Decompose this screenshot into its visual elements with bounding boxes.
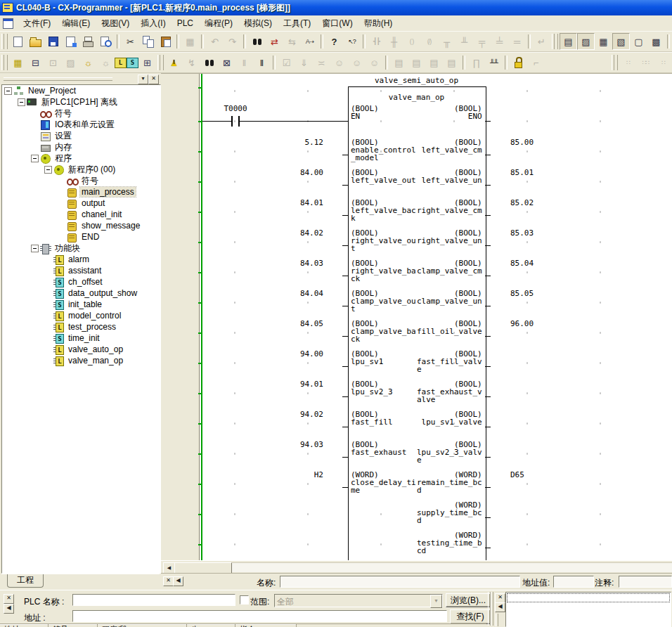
horizontal-line-icon[interactable]: ═ xyxy=(508,33,526,50)
io-window-3-icon[interactable]: ▤ xyxy=(425,54,443,71)
data-view-1-icon[interactable]: ∷ xyxy=(619,54,637,71)
tree-item-fb-ch-offset[interactable]: ch_offset xyxy=(2,276,160,287)
new-file-icon[interactable] xyxy=(9,33,27,50)
context-help-icon[interactable]: ↖? xyxy=(343,33,361,50)
window-crossref-icon[interactable]: ▧ xyxy=(612,33,630,50)
vertical-up-icon[interactable]: ╨ xyxy=(455,33,473,50)
toolbar-grip[interactable] xyxy=(1,55,8,70)
cut-icon[interactable]: ✂ xyxy=(122,33,139,50)
window-diagram-icon[interactable]: ▢ xyxy=(630,33,647,50)
menu-help[interactable]: 帮助(H) xyxy=(358,15,399,31)
tree-item-symbols[interactable]: 符号 xyxy=(2,108,160,119)
copy-icon[interactable] xyxy=(139,33,157,50)
tree-item-fb-valve-auto-op[interactable]: valve_auto_op xyxy=(2,344,160,355)
coil-icon[interactable]: ( ) xyxy=(403,33,420,50)
falling-edge-icon[interactable]: ╧ xyxy=(491,33,508,50)
tree-item-plc-cp1h-offline[interactable]: 新PLC1[CP1H] 离线 xyxy=(2,96,160,108)
find-collapse-button[interactable]: ◀ xyxy=(4,604,14,614)
data-view-2-icon[interactable]: ∷∷ xyxy=(637,54,654,71)
protect-lock-icon[interactable] xyxy=(510,54,527,71)
change-address-icon[interactable]: A⇢ xyxy=(301,33,318,50)
pc-plc-link-icon[interactable]: ⊟ xyxy=(27,54,44,71)
tree-item-program-symbols[interactable]: 符号 xyxy=(2,175,160,186)
open-file-icon[interactable] xyxy=(27,33,44,50)
menu-program[interactable]: 编程(P) xyxy=(199,15,238,31)
watch-close-button[interactable]: ✕ xyxy=(495,593,505,603)
result-column-header[interactable]: 地址 xyxy=(0,624,49,627)
new-fb-ladder-icon[interactable]: L xyxy=(115,58,127,68)
watch-scroll-strip[interactable] xyxy=(496,614,498,626)
rising-edge-icon[interactable]: ╤ xyxy=(473,33,491,50)
panel-close-button[interactable]: ✕ xyxy=(148,75,159,84)
new-fb-st-icon[interactable]: S xyxy=(127,58,138,68)
scope-combobox[interactable]: 全部 ▼ xyxy=(274,594,443,607)
work-online-icon[interactable]: ☼ xyxy=(79,54,97,71)
window-output-icon[interactable]: ▨ xyxy=(577,33,595,50)
browse-button[interactable]: 浏览(B)... xyxy=(446,593,491,607)
result-column-header[interactable]: 程序/段 xyxy=(98,624,187,627)
comment-field[interactable] xyxy=(619,576,672,588)
find-close-button[interactable]: ✕ xyxy=(4,594,14,604)
result-column-header[interactable]: 指令 xyxy=(235,624,297,627)
user-release-icon[interactable]: ☺ xyxy=(366,54,383,71)
pattern-monitor-icon[interactable]: ▨ xyxy=(62,54,79,71)
pause-grayed-icon[interactable]: ‖ xyxy=(235,54,253,71)
replace-in-project-icon[interactable]: ⇆ xyxy=(283,33,301,50)
user-edit-icon[interactable]: ☺ xyxy=(348,54,366,71)
panel-gripper[interactable] xyxy=(4,77,112,81)
tree-item-end[interactable]: END xyxy=(2,231,160,243)
tree-item-fb-data-output-show[interactable]: data_output_show xyxy=(2,287,160,299)
ladder-hscrollbar[interactable]: ◀ xyxy=(161,560,672,574)
library-icon[interactable]: ▦ xyxy=(181,33,199,50)
monitor-icon[interactable]: ⊡ xyxy=(44,54,62,71)
help-icon[interactable]: ? xyxy=(325,33,343,50)
differential-trace-icon[interactable]: ∏ xyxy=(467,54,485,71)
fb-instance-name[interactable]: valve_semi_auto_op xyxy=(348,77,485,85)
program-check-icon[interactable]: ☑ xyxy=(278,54,295,71)
redo-icon[interactable]: ↷ xyxy=(224,33,241,50)
transfer-icon[interactable]: ⇓ xyxy=(295,54,313,71)
undo-icon[interactable]: ↶ xyxy=(206,33,224,50)
print-preview-icon[interactable] xyxy=(97,33,115,50)
watch-grid[interactable] xyxy=(505,592,671,627)
tree-collapse-icon[interactable] xyxy=(4,87,12,95)
contact-open-icon[interactable]: ┫┣ xyxy=(368,33,385,50)
infobar-collapse-button[interactable]: ◀ xyxy=(173,576,183,586)
menu-simulation[interactable]: 模拟(S) xyxy=(238,15,278,31)
tree-item-fb-test-process[interactable]: test_process xyxy=(2,321,160,332)
release-icon[interactable]: ⌐ xyxy=(527,54,545,71)
tree-item-new-project[interactable]: New_Project xyxy=(2,85,160,96)
tree-collapse-icon[interactable] xyxy=(31,155,39,162)
find-report-icon[interactable] xyxy=(200,54,218,71)
tree-item-chanel-init[interactable]: chanel_init xyxy=(2,209,160,220)
page-setup-icon[interactable] xyxy=(62,33,79,50)
plc-name-input[interactable] xyxy=(72,594,235,606)
watch-empty-row[interactable] xyxy=(507,593,670,602)
result-column-header[interactable]: 符号 xyxy=(49,624,98,627)
tree-item-program-0[interactable]: 新程序0 (00) xyxy=(2,164,160,175)
io-window-4-icon[interactable]: ▤ xyxy=(443,54,460,71)
infobar-close-button[interactable]: ✕ xyxy=(163,576,174,586)
ladder-canvas[interactable]: T0000 valve_semi_auto_op valve_man_op (B… xyxy=(161,73,672,561)
menu-tools[interactable]: 工具(T) xyxy=(278,15,316,31)
tree-item-fb-assistant[interactable]: assistant xyxy=(2,265,160,276)
address-input[interactable] xyxy=(72,610,447,622)
pause-monitor-icon[interactable]: ‖ xyxy=(253,54,271,71)
online-edit-icon[interactable]: ⊠ xyxy=(218,54,235,71)
scroll-thumb[interactable] xyxy=(174,562,232,574)
menu-edit[interactable]: 编辑(E) xyxy=(56,15,96,31)
result-column-header[interactable]: 步 xyxy=(187,624,235,627)
fb-instance-icon[interactable]: ⊞ xyxy=(138,54,156,71)
tree-item-fb-init-table[interactable]: init_table xyxy=(2,299,160,310)
child-window-icon[interactable] xyxy=(3,18,13,29)
view-io-table-icon[interactable]: ▦ xyxy=(9,54,27,71)
print-icon[interactable] xyxy=(79,33,97,50)
tree-item-function-blocks[interactable]: 功能块 xyxy=(2,243,160,254)
warning-monitor-icon[interactable]: ▲ xyxy=(165,54,183,71)
tree-item-io-table-settings[interactable]: IO表和单元设置 xyxy=(2,119,160,130)
invert-icon[interactable]: ↵ xyxy=(533,33,550,50)
find-button[interactable]: 查找(F) xyxy=(450,609,491,624)
chevron-down-icon[interactable]: ▼ xyxy=(430,595,442,608)
toolbar-grip[interactable] xyxy=(552,34,558,49)
window-project-icon[interactable]: ▤ xyxy=(560,33,577,50)
